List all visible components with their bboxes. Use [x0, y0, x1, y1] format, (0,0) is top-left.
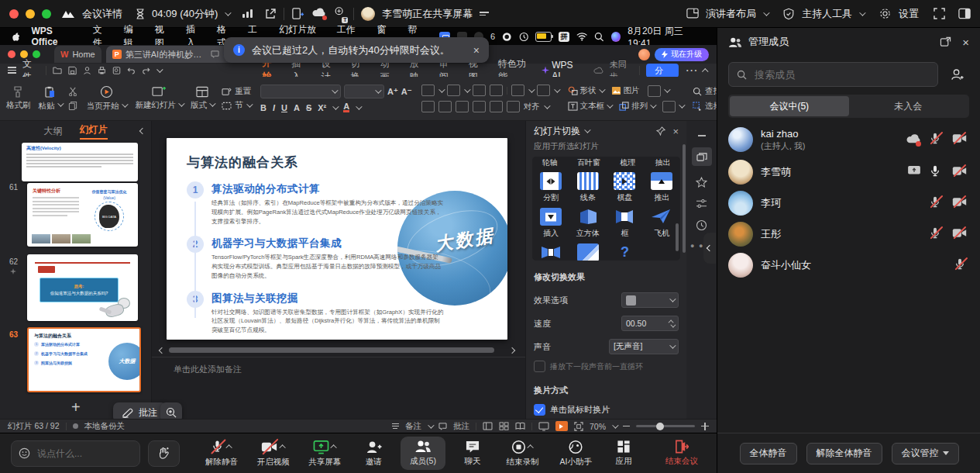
slide-thumbnail-61[interactable]: 关键特性分析 价值密度与算法优化 (Value) BIG DATA: [27, 183, 138, 247]
play-slideshow-button[interactable]: [555, 421, 568, 431]
member-row[interactable]: 李雪萌: [728, 157, 969, 188]
chat-message-box[interactable]: [11, 440, 140, 467]
horizontal-scrollbar[interactable]: [163, 347, 513, 354]
mic-options-chevron-icon[interactable]: [225, 444, 232, 451]
line-spacing-button[interactable]: [537, 85, 550, 96]
comments-toggle[interactable]: 批注: [453, 421, 469, 432]
zoom-window-button[interactable]: [42, 9, 51, 19]
start-chevron-icon[interactable]: [122, 101, 128, 107]
history-clock-icon[interactable]: [696, 219, 707, 231]
screen-sharing-icon[interactable]: [907, 165, 921, 179]
apple-menu-icon[interactable]: [11, 31, 21, 42]
transition-split[interactable]: 分割: [532, 172, 569, 203]
toast-close-icon[interactable]: ×: [473, 44, 480, 57]
slide-item-3[interactable]: 3 图算法与关联挖掘 针对社交网络、知识图谱等关联密集型数据，专用图计算框架（如…: [187, 291, 444, 335]
slide-thumbnail-63-selected[interactable]: 与算法的融合关系 1算法驱动的分布式计算 2机器学习与大数据平台集成 3图算法与…: [27, 327, 141, 392]
paste-chevron-icon[interactable]: [57, 100, 64, 106]
apps-button[interactable]: 应用: [606, 440, 642, 467]
gallery-scrollbar[interactable]: [676, 223, 679, 251]
more-options-icon[interactable]: ⋯: [685, 63, 698, 78]
tab-in-meeting[interactable]: 会议中(5): [730, 96, 849, 116]
camera-off-icon[interactable]: [952, 133, 969, 147]
settings-button[interactable]: 设置: [899, 7, 919, 21]
siri-icon[interactable]: [611, 32, 621, 42]
textbox-button[interactable]: 文本框: [568, 101, 612, 112]
number-list-button[interactable]: [447, 85, 460, 96]
zoom-in-button[interactable]: [701, 423, 709, 430]
panel-scrollbar[interactable]: [683, 144, 686, 253]
align-objects-button[interactable]: 对齐: [524, 102, 540, 112]
comment-bubble-icon[interactable]: [211, 50, 219, 58]
stop-recording-button[interactable]: 结束录制: [499, 440, 546, 468]
add-member-button[interactable]: [944, 62, 969, 87]
strikethrough-button[interactable]: S: [306, 103, 311, 112]
end-meeting-button[interactable]: 结束会议: [657, 440, 706, 467]
layout-button[interactable]: 版式: [191, 86, 214, 111]
share-screen-button[interactable]: 共享屏幕: [303, 440, 347, 468]
mic-off-icon[interactable]: [929, 132, 944, 148]
time-machine-icon[interactable]: [519, 32, 529, 42]
transition-box[interactable]: 框: [607, 208, 643, 239]
notes-area[interactable]: 单击此处添加备注: [152, 357, 525, 419]
slide-item-1[interactable]: 1 算法驱动的分布式计算 经典算法（如排序、索引）在MapReduce等框架中被…: [187, 181, 444, 226]
meeting-detail-button[interactable]: 会议详情: [82, 7, 122, 21]
popout-icon[interactable]: [940, 36, 951, 47]
member-row[interactable]: 奋斗小仙女: [728, 250, 969, 281]
effect-options-select[interactable]: [621, 292, 679, 308]
char-effects-button[interactable]: A: [294, 103, 300, 112]
fullscreen-icon[interactable]: [934, 8, 945, 19]
transition-lines[interactable]: 线条: [569, 172, 606, 203]
search-input[interactable]: [753, 68, 930, 81]
notes-toggle[interactable]: 备注: [405, 421, 421, 432]
close-window-button[interactable]: [9, 9, 19, 19]
slide-thumbnail-62[interactable]: 思考: 你知道算法与大数据的关系吗?: [27, 254, 138, 321]
align-left-button[interactable]: [421, 101, 435, 112]
transition-cube[interactable]: 立方体: [569, 208, 606, 239]
ai-assistant-button[interactable]: AI小助手: [554, 440, 598, 468]
doc-tools-icon[interactable]: [291, 7, 304, 20]
start-from-current-button[interactable]: 当页开始: [87, 85, 126, 112]
wifi-icon[interactable]: [576, 32, 587, 41]
mic-off-icon[interactable]: [929, 226, 944, 243]
superscript-button[interactable]: X²: [318, 103, 326, 112]
tab-home[interactable]: W Home: [54, 46, 101, 63]
hamburger-icon[interactable]: [8, 67, 16, 73]
input-method-icon[interactable]: 拼: [559, 32, 569, 42]
print-icon[interactable]: [98, 66, 106, 75]
reading-view-icon[interactable]: [515, 422, 525, 430]
open-external-icon[interactable]: [264, 8, 277, 20]
pin-icon[interactable]: [656, 126, 665, 136]
sharing-options-icon[interactable]: [480, 12, 489, 16]
speaker-layout-button[interactable]: 演讲者布局: [706, 7, 756, 21]
mute-all-button[interactable]: 全体静音: [740, 443, 797, 464]
add-slide-button[interactable]: +: [71, 399, 81, 416]
chat-button[interactable]: 聊天: [453, 440, 491, 467]
zoom-percent[interactable]: 70%: [590, 422, 606, 431]
raise-hand-button[interactable]: [148, 440, 180, 467]
mic-off-icon[interactable]: [954, 257, 969, 274]
align-right-button[interactable]: [456, 101, 469, 112]
arrange-button[interactable]: 排列: [619, 101, 655, 112]
save-icon[interactable]: [68, 66, 77, 75]
transition-checkerboard[interactable]: 棋盘: [607, 172, 643, 203]
distribute-button[interactable]: [490, 101, 503, 112]
collapse-ribbon-icon[interactable]: [703, 68, 709, 74]
paste-button[interactable]: 粘贴: [39, 86, 62, 112]
transition-plane[interactable]: 飞机: [644, 208, 680, 239]
close-panel-icon[interactable]: ×: [672, 126, 679, 137]
transition-peel[interactable]: 剥离: [569, 243, 606, 261]
italic-button[interactable]: I: [273, 103, 275, 112]
sound-select[interactable]: [无声音]: [609, 339, 679, 354]
transition-door[interactable]: 开门: [532, 243, 569, 261]
picture-button[interactable]: 图片: [611, 85, 640, 96]
macos-app-name[interactable]: WPS Office: [32, 26, 80, 47]
camera-off-icon[interactable]: [952, 165, 969, 180]
cut-icon[interactable]: [68, 87, 77, 96]
mic-off-icon[interactable]: [929, 195, 944, 212]
unmute-button[interactable]: 解除静音: [200, 439, 244, 468]
record-options-chevron-icon[interactable]: [527, 444, 533, 451]
section-chevron-icon[interactable]: [246, 101, 253, 107]
font-size-select[interactable]: [344, 85, 384, 98]
timer-chevron-icon[interactable]: [225, 9, 231, 16]
current-slide[interactable]: 与算法的融合关系 大数据 1 算法驱动的分布式计算 经典算法（如排序、索引）在M…: [167, 138, 507, 340]
